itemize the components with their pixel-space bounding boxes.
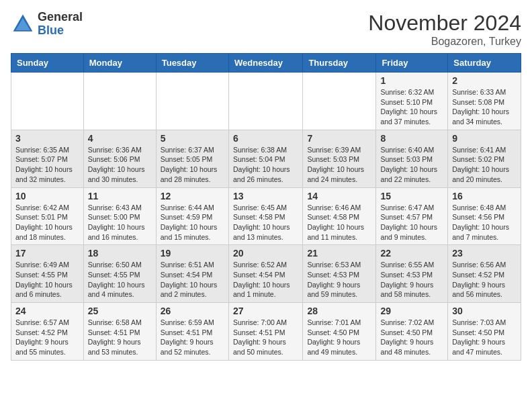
day-number: 19 (161, 248, 224, 259)
weekday-header-monday: Monday (83, 54, 156, 73)
calendar-cell: 4Sunrise: 6:36 AM Sunset: 5:06 PM Daylig… (83, 130, 156, 187)
weekday-header-wednesday: Wednesday (228, 54, 302, 73)
day-number: 2 (452, 75, 517, 86)
day-info: Sunrise: 6:48 AM Sunset: 4:56 PM Dayligh… (452, 203, 517, 242)
day-info: Sunrise: 6:56 AM Sunset: 4:52 PM Dayligh… (452, 260, 517, 300)
logo-blue-text: Blue (38, 24, 83, 38)
day-info: Sunrise: 6:41 AM Sunset: 5:02 PM Dayligh… (452, 145, 517, 185)
title-block: November 2024 Bogazoren, Turkey (368, 11, 521, 48)
day-number: 25 (88, 306, 152, 316)
day-info: Sunrise: 7:01 AM Sunset: 4:50 PM Dayligh… (307, 318, 371, 357)
day-info: Sunrise: 6:37 AM Sunset: 5:05 PM Dayligh… (161, 145, 224, 185)
calendar-cell (156, 73, 228, 130)
day-number: 1 (380, 75, 443, 86)
day-info: Sunrise: 6:47 AM Sunset: 4:57 PM Dayligh… (380, 203, 443, 242)
calendar-cell: 22Sunrise: 6:55 AM Sunset: 4:53 PM Dayli… (376, 245, 448, 303)
day-number: 22 (380, 248, 443, 259)
day-number: 8 (380, 133, 443, 144)
day-info: Sunrise: 6:39 AM Sunset: 5:03 PM Dayligh… (307, 145, 371, 185)
day-number: 3 (15, 133, 79, 144)
calendar-cell: 26Sunrise: 6:59 AM Sunset: 4:51 PM Dayli… (156, 303, 228, 361)
day-info: Sunrise: 6:51 AM Sunset: 4:54 PM Dayligh… (161, 260, 224, 300)
day-info: Sunrise: 6:57 AM Sunset: 4:52 PM Dayligh… (15, 318, 79, 357)
weekday-header-friday: Friday (376, 54, 448, 73)
day-number: 16 (452, 191, 517, 201)
logo-text: General Blue (38, 11, 83, 38)
day-info: Sunrise: 6:58 AM Sunset: 4:51 PM Dayligh… (88, 318, 152, 357)
day-number: 12 (161, 191, 224, 201)
day-info: Sunrise: 6:44 AM Sunset: 4:59 PM Dayligh… (161, 203, 224, 242)
day-info: Sunrise: 6:55 AM Sunset: 4:53 PM Dayligh… (380, 260, 443, 300)
day-number: 21 (307, 248, 371, 259)
calendar-cell (303, 73, 376, 130)
calendar-cell: 23Sunrise: 6:56 AM Sunset: 4:52 PM Dayli… (448, 245, 521, 303)
calendar-cell: 6Sunrise: 6:38 AM Sunset: 5:04 PM Daylig… (228, 130, 302, 187)
calendar-cell: 11Sunrise: 6:43 AM Sunset: 5:00 PM Dayli… (83, 187, 156, 245)
day-number: 6 (233, 133, 298, 144)
day-info: Sunrise: 7:00 AM Sunset: 4:51 PM Dayligh… (233, 318, 298, 357)
calendar-cell: 1Sunrise: 6:32 AM Sunset: 5:10 PM Daylig… (376, 73, 448, 130)
day-info: Sunrise: 6:36 AM Sunset: 5:06 PM Dayligh… (88, 145, 152, 185)
day-number: 26 (161, 306, 224, 316)
calendar-cell: 24Sunrise: 6:57 AM Sunset: 4:52 PM Dayli… (11, 303, 84, 361)
day-number: 11 (88, 191, 152, 201)
calendar-cell: 12Sunrise: 6:44 AM Sunset: 4:59 PM Dayli… (156, 187, 228, 245)
day-number: 27 (233, 306, 298, 316)
day-info: Sunrise: 7:02 AM Sunset: 4:50 PM Dayligh… (380, 318, 443, 357)
calendar-cell: 29Sunrise: 7:02 AM Sunset: 4:50 PM Dayli… (376, 303, 448, 361)
weekday-header-sunday: Sunday (11, 54, 84, 73)
day-info: Sunrise: 7:03 AM Sunset: 4:50 PM Dayligh… (452, 318, 517, 357)
calendar-cell: 8Sunrise: 6:40 AM Sunset: 5:03 PM Daylig… (376, 130, 448, 187)
day-info: Sunrise: 6:45 AM Sunset: 4:58 PM Dayligh… (233, 203, 298, 242)
day-info: Sunrise: 6:38 AM Sunset: 5:04 PM Dayligh… (233, 145, 298, 185)
day-number: 30 (452, 306, 517, 316)
calendar-cell (228, 73, 302, 130)
logo-icon (11, 12, 35, 36)
weekday-header-tuesday: Tuesday (156, 54, 228, 73)
day-number: 13 (233, 191, 298, 201)
weekday-header-thursday: Thursday (303, 54, 376, 73)
calendar-cell: 18Sunrise: 6:50 AM Sunset: 4:55 PM Dayli… (83, 245, 156, 303)
day-info: Sunrise: 6:42 AM Sunset: 5:01 PM Dayligh… (15, 203, 79, 242)
calendar-cell: 16Sunrise: 6:48 AM Sunset: 4:56 PM Dayli… (448, 187, 521, 245)
calendar-cell (11, 73, 84, 130)
calendar-cell: 9Sunrise: 6:41 AM Sunset: 5:02 PM Daylig… (448, 130, 521, 187)
calendar-cell: 25Sunrise: 6:58 AM Sunset: 4:51 PM Dayli… (83, 303, 156, 361)
week-row-4: 17Sunrise: 6:49 AM Sunset: 4:55 PM Dayli… (11, 245, 521, 303)
calendar-cell: 5Sunrise: 6:37 AM Sunset: 5:05 PM Daylig… (156, 130, 228, 187)
week-row-5: 24Sunrise: 6:57 AM Sunset: 4:52 PM Dayli… (11, 303, 521, 361)
calendar-cell: 28Sunrise: 7:01 AM Sunset: 4:50 PM Dayli… (303, 303, 376, 361)
day-number: 23 (452, 248, 517, 259)
day-number: 4 (88, 133, 152, 144)
day-number: 10 (15, 191, 79, 201)
page-header: General Blue November 2024 Bogazoren, Tu… (11, 11, 521, 48)
weekday-header-row: SundayMondayTuesdayWednesdayThursdayFrid… (11, 54, 521, 73)
day-info: Sunrise: 6:33 AM Sunset: 5:08 PM Dayligh… (452, 87, 517, 127)
day-info: Sunrise: 6:59 AM Sunset: 4:51 PM Dayligh… (161, 318, 224, 357)
day-number: 5 (161, 133, 224, 144)
day-number: 14 (307, 191, 371, 201)
logo-general-text: General (38, 11, 83, 24)
weekday-header-saturday: Saturday (448, 54, 521, 73)
day-number: 20 (233, 248, 298, 259)
calendar-table: SundayMondayTuesdayWednesdayThursdayFrid… (11, 53, 521, 361)
week-row-3: 10Sunrise: 6:42 AM Sunset: 5:01 PM Dayli… (11, 187, 521, 245)
month-title: November 2024 (368, 11, 521, 36)
day-number: 29 (380, 306, 443, 316)
week-row-1: 1Sunrise: 6:32 AM Sunset: 5:10 PM Daylig… (11, 73, 521, 130)
day-number: 17 (15, 248, 79, 259)
calendar-cell: 17Sunrise: 6:49 AM Sunset: 4:55 PM Dayli… (11, 245, 84, 303)
day-number: 24 (15, 306, 79, 316)
day-info: Sunrise: 6:35 AM Sunset: 5:07 PM Dayligh… (15, 145, 79, 185)
day-info: Sunrise: 6:49 AM Sunset: 4:55 PM Dayligh… (15, 260, 79, 300)
calendar-cell: 20Sunrise: 6:52 AM Sunset: 4:54 PM Dayli… (228, 245, 302, 303)
calendar-cell: 15Sunrise: 6:47 AM Sunset: 4:57 PM Dayli… (376, 187, 448, 245)
calendar-cell: 10Sunrise: 6:42 AM Sunset: 5:01 PM Dayli… (11, 187, 84, 245)
day-number: 28 (307, 306, 371, 316)
location: Bogazoren, Turkey (368, 36, 521, 48)
day-info: Sunrise: 6:50 AM Sunset: 4:55 PM Dayligh… (88, 260, 152, 300)
day-number: 7 (307, 133, 371, 144)
calendar-cell: 2Sunrise: 6:33 AM Sunset: 5:08 PM Daylig… (448, 73, 521, 130)
day-info: Sunrise: 6:40 AM Sunset: 5:03 PM Dayligh… (380, 145, 443, 185)
week-row-2: 3Sunrise: 6:35 AM Sunset: 5:07 PM Daylig… (11, 130, 521, 187)
